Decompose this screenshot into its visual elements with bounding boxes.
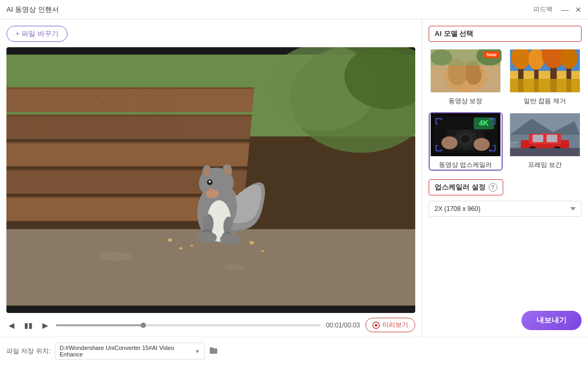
time-display: 00:01/00:03 xyxy=(326,322,360,329)
model-thumbnail-noise-remove xyxy=(509,49,581,92)
preview-button[interactable]: 미리보기 xyxy=(365,318,415,332)
resolution-select[interactable]: 2X (1708 x 960) 4X (3416 x 1920) 1.5X (1… xyxy=(429,201,582,217)
model-grid: New 동영상 보정 xyxy=(429,48,582,171)
progress-fill xyxy=(56,324,143,326)
svg-rect-8 xyxy=(6,142,249,166)
svg-point-40 xyxy=(168,238,172,242)
svg-rect-84 xyxy=(532,135,543,142)
model-thumbnail-video-upscale: 4K xyxy=(430,113,502,156)
pause-button[interactable]: ▮▮ xyxy=(22,320,35,331)
svg-point-46 xyxy=(375,324,378,326)
svg-rect-90 xyxy=(510,148,579,156)
video-controls: ◀ ▮▮ ▶ 00:01/00:03 미리보기 xyxy=(6,313,415,337)
help-icon[interactable]: ? xyxy=(489,183,497,192)
svg-point-28 xyxy=(204,167,210,176)
title-bar-left: AI 동영상 인핸서 xyxy=(6,5,59,14)
folder-icon[interactable] xyxy=(209,347,218,356)
svg-rect-12 xyxy=(6,115,252,116)
svg-rect-6 xyxy=(6,87,254,112)
progress-dot xyxy=(141,323,146,328)
chevron-down-icon: ▼ xyxy=(195,348,200,354)
preview-label: 미리보기 xyxy=(383,320,408,330)
model-card-video-upscale[interactable]: 4K 동영상 업스케일러 xyxy=(429,112,503,171)
svg-rect-11 xyxy=(6,87,254,89)
feedback-link[interactable]: 피드백 xyxy=(533,5,553,14)
svg-point-38 xyxy=(197,232,217,243)
svg-point-41 xyxy=(179,247,182,249)
left-panel: + 파일 바꾸기 xyxy=(0,19,422,337)
rewind-button[interactable]: ◀ xyxy=(6,320,17,331)
model-label-video-restore: 동영상 보정 xyxy=(430,97,502,106)
progress-bar[interactable] xyxy=(56,324,321,326)
svg-point-29 xyxy=(224,166,230,175)
svg-rect-13 xyxy=(6,142,249,143)
svg-point-5 xyxy=(224,265,246,270)
play-button[interactable]: ▶ xyxy=(40,320,50,331)
minimize-button[interactable]: — xyxy=(561,6,569,13)
ai-model-section-title: AI 모델 선택 xyxy=(429,26,582,42)
video-container xyxy=(6,47,415,313)
preview-icon xyxy=(372,322,380,329)
svg-point-42 xyxy=(249,241,254,244)
add-file-button[interactable]: + 파일 바꾸기 xyxy=(6,26,68,42)
model-thumbnail-frame-restore xyxy=(509,113,581,156)
svg-point-74 xyxy=(461,135,470,143)
right-panel: AI 모델 선택 xyxy=(422,19,588,337)
svg-text:4K: 4K xyxy=(479,119,489,127)
app-title: AI 동영상 인핸서 xyxy=(6,5,59,14)
svg-rect-68 xyxy=(510,79,579,92)
svg-point-76 xyxy=(474,138,490,151)
title-bar: AI 동영상 인핸서 피드백 — ✕ xyxy=(0,0,588,19)
video-frame xyxy=(6,47,415,313)
file-path-label: 파일 저장 위치: xyxy=(6,347,50,356)
svg-rect-85 xyxy=(546,135,557,142)
file-path-select[interactable]: D:#Wondershare UniConverter 15#AI Video … xyxy=(55,342,205,360)
settings-title: 업스케일러 설정 xyxy=(435,182,486,192)
close-button[interactable]: ✕ xyxy=(575,6,582,13)
main-content: + 파일 바꾸기 xyxy=(0,19,588,337)
svg-point-39 xyxy=(220,233,240,244)
svg-point-44 xyxy=(190,244,193,246)
title-bar-right: 피드백 — ✕ xyxy=(533,5,582,14)
model-card-noise-remove[interactable]: 일반 잡음 제거 xyxy=(508,48,582,107)
model-label-video-upscale: 동영상 업스케일러 xyxy=(430,160,502,170)
upscaler-settings-header: 업스케일러 설정 ? xyxy=(429,179,503,195)
model-card-video-restore[interactable]: New 동영상 보정 xyxy=(429,48,503,107)
bottom-bar: 내보내기 xyxy=(429,304,582,330)
svg-point-4 xyxy=(99,252,132,261)
export-button[interactable]: 내보내기 xyxy=(521,311,582,330)
svg-point-31 xyxy=(209,181,211,183)
svg-point-56 xyxy=(431,49,452,65)
model-label-noise-remove: 일반 잡음 제거 xyxy=(509,97,581,106)
svg-point-75 xyxy=(442,136,458,149)
svg-rect-7 xyxy=(6,115,252,140)
model-card-frame-restore[interactable]: 프레임 보간 xyxy=(508,112,582,171)
file-path-row: 파일 저장 위치: D:#Wondershare UniConverter 15… xyxy=(0,337,588,365)
model-label-frame-restore: 프레임 보간 xyxy=(509,160,581,170)
window-controls: — ✕ xyxy=(561,6,582,13)
svg-point-43 xyxy=(261,250,264,252)
new-badge: New xyxy=(484,52,499,58)
file-path-value: D:#Wondershare UniConverter 15#AI Video … xyxy=(60,345,193,357)
svg-point-33 xyxy=(206,189,219,198)
